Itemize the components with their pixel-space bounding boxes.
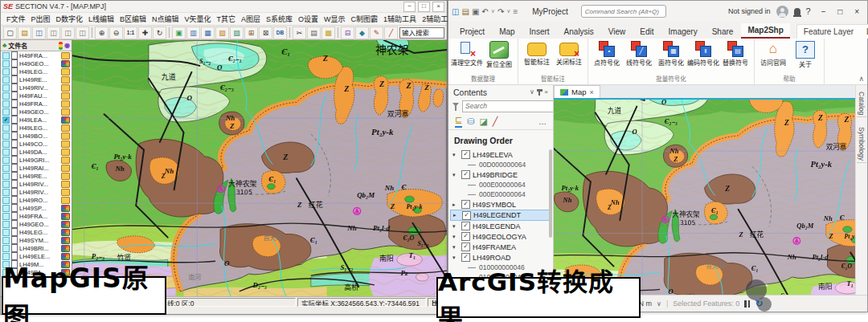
file-row[interactable]: H49FAU... bbox=[1, 92, 72, 100]
file-row[interactable]: LH49BO... bbox=[1, 132, 72, 140]
mapgis-menu-item-3[interactable]: L线编辑 bbox=[86, 14, 117, 24]
file-checkbox[interactable] bbox=[2, 52, 10, 59]
redo-dropdown-icon[interactable]: ∨ bbox=[506, 8, 510, 14]
file-row[interactable]: H49GEO... bbox=[1, 220, 72, 228]
draw-line-icon[interactable]: ╱ bbox=[384, 26, 398, 39]
ribbon-tab-view[interactable]: View bbox=[602, 25, 633, 39]
expander-icon[interactable]: ▾ bbox=[452, 223, 459, 230]
file-checkbox[interactable] bbox=[2, 68, 10, 75]
coords-dropdown-icon[interactable]: ∨ bbox=[657, 300, 661, 308]
docked-tab-symbology[interactable]: Symbology bbox=[857, 125, 866, 163]
layer-item-lh49bridge[interactable]: ▾✓LH49BRIDGE bbox=[450, 169, 551, 180]
ribbon-button-web[interactable]: ⌂访问官网 bbox=[758, 40, 788, 73]
pan-icon[interactable]: ✚ bbox=[138, 26, 152, 39]
expander-icon[interactable]: ▾ bbox=[452, 255, 459, 261]
file-row[interactable]: H49FRA... bbox=[1, 212, 72, 220]
maximize-button[interactable]: □ bbox=[418, 2, 430, 12]
file-checkbox[interactable] bbox=[2, 60, 10, 67]
file-row[interactable]: LH49DA... bbox=[1, 148, 72, 156]
context-tab-feature-layer[interactable]: Feature Layer bbox=[797, 25, 860, 39]
mapgis-menu-item-11[interactable]: W显示 bbox=[321, 14, 348, 24]
ribbon-button-noteoff[interactable]: 关闭标注 bbox=[554, 40, 584, 73]
file-checkbox[interactable] bbox=[2, 181, 10, 188]
layer-symbol-item[interactable]: 000E00000064 bbox=[450, 180, 551, 190]
map-view-tab[interactable]: Map × bbox=[554, 85, 600, 98]
ribbon-tab-map2shp[interactable]: Map2Shp bbox=[741, 23, 789, 39]
file-checkbox[interactable] bbox=[2, 221, 10, 228]
mapgis-menu-item-10[interactable]: O设置 bbox=[296, 14, 321, 24]
collapse-ribbon-icon[interactable]: ∧ bbox=[858, 75, 864, 83]
layer-checkbox[interactable]: ✓ bbox=[461, 222, 470, 230]
file-row[interactable]: LH49RIV... bbox=[1, 188, 72, 196]
layers-icon[interactable]: ▧ bbox=[215, 26, 229, 39]
file-row[interactable]: LH49RE... bbox=[1, 75, 72, 84]
file-row[interactable]: LH49SP... bbox=[1, 204, 72, 212]
file-checkbox[interactable] bbox=[2, 149, 10, 156]
symbol-lib-icon[interactable]: ⊟ bbox=[341, 26, 354, 39]
expander-icon[interactable]: ▾ bbox=[452, 172, 459, 178]
undo-icon[interactable]: ↶ bbox=[481, 7, 488, 16]
pin-icon[interactable] bbox=[538, 89, 541, 96]
layer-symbol-item[interactable]: 000E00000064 bbox=[450, 190, 551, 199]
ribbon-tab-share[interactable]: Share bbox=[706, 25, 740, 39]
mapgis-menu-item-0[interactable]: F文件 bbox=[4, 14, 28, 24]
mapgis-search-input[interactable]: 输入搜索 bbox=[399, 27, 444, 39]
ribbon-button-sym-pg[interactable]: 面符号化 bbox=[656, 40, 686, 73]
expander-icon[interactable]: ▸ bbox=[453, 212, 460, 218]
layer-item-h49framea[interactable]: ▾✓H49FRAMEA bbox=[450, 242, 551, 252]
file-checkbox[interactable] bbox=[2, 229, 10, 236]
legend-icon[interactable]: ◆ bbox=[355, 26, 369, 39]
mapgis-menu-item-6[interactable]: V矢量化 bbox=[182, 14, 214, 24]
mapgis-menu-item-2[interactable]: D数字化 bbox=[54, 14, 86, 24]
list-by-selection-icon[interactable]: ◪ bbox=[479, 116, 487, 127]
mapgis-menu-item-8[interactable]: A图层 bbox=[239, 14, 263, 24]
file-checkbox[interactable] bbox=[2, 245, 10, 252]
ribbon-tab-insert[interactable]: Insert bbox=[523, 25, 556, 39]
file-row[interactable]: H49GEO... bbox=[1, 108, 72, 116]
ribbon-button-sym-ln[interactable]: 线符号化 bbox=[624, 40, 654, 73]
file-checkbox[interactable] bbox=[2, 237, 10, 244]
layer-checkbox[interactable]: ✓ bbox=[461, 253, 470, 262]
ribbon-button-sym-pt[interactable]: 点符号化 bbox=[592, 40, 622, 73]
expander-icon[interactable]: ▸ bbox=[452, 202, 459, 208]
file-checkbox[interactable] bbox=[2, 132, 10, 140]
sign-in-status[interactable]: Not signed in bbox=[728, 7, 771, 15]
zoom-in-icon[interactable]: ⊕ bbox=[95, 26, 108, 39]
minimize-button[interactable]: − bbox=[817, 7, 831, 16]
zoom-out-icon[interactable]: ⊖ bbox=[109, 26, 123, 39]
close-view-icon[interactable]: × bbox=[589, 88, 593, 96]
area-edit-icon[interactable]: ▣ bbox=[172, 26, 186, 39]
ribbon-tab-map[interactable]: Map bbox=[493, 25, 521, 39]
save-all-icon[interactable]: ◫ bbox=[61, 26, 75, 39]
file-row[interactable]: LH49RE... bbox=[1, 172, 72, 180]
command-search-input[interactable] bbox=[581, 5, 666, 18]
expander-icon[interactable]: ▾ bbox=[452, 152, 459, 158]
file-checkbox[interactable] bbox=[2, 84, 10, 92]
file-row[interactable]: H49GEO... bbox=[1, 59, 72, 67]
file-checkbox[interactable] bbox=[2, 124, 10, 132]
list-by-editing-icon[interactable]: ╱ bbox=[493, 116, 498, 127]
file-checkbox[interactable] bbox=[2, 76, 10, 84]
mapgis-menu-item-13[interactable]: 1辅助工具 bbox=[381, 14, 419, 24]
layer-checkbox[interactable]: ✓ bbox=[461, 243, 470, 251]
file-checkbox[interactable] bbox=[2, 189, 10, 196]
selected-features-readout[interactable]: Selected Features: 0 bbox=[673, 300, 739, 308]
minimize-button[interactable]: − bbox=[403, 2, 416, 12]
file-row[interactable]: H49FRA... bbox=[1, 100, 72, 108]
mapgis-menu-item-4[interactable]: B区编辑 bbox=[117, 14, 149, 24]
file-checkbox[interactable] bbox=[2, 205, 10, 212]
export-icon[interactable]: ◫ bbox=[76, 26, 89, 39]
file-row[interactable]: LH49RIV... bbox=[1, 84, 72, 92]
file-checkbox[interactable] bbox=[2, 213, 10, 220]
close-pane-icon[interactable]: × bbox=[544, 88, 548, 96]
file-checkbox[interactable] bbox=[2, 157, 10, 164]
ribbon-button-sym-code[interactable]: 编码符号化 bbox=[688, 40, 719, 73]
ribbon-button-about[interactable]: 关于 bbox=[790, 40, 821, 73]
ribbon-tab-project[interactable]: Project bbox=[453, 25, 491, 39]
redo-icon[interactable]: ↷ bbox=[497, 7, 504, 16]
context-tab-labeling[interactable]: Labeling bbox=[860, 25, 868, 39]
polygon-view-icon[interactable]: ▥ bbox=[186, 26, 200, 39]
file-row[interactable]: LH49BRI... bbox=[1, 244, 72, 252]
file-row[interactable]: LH49GRI... bbox=[1, 156, 72, 164]
file-checkbox[interactable] bbox=[2, 165, 10, 172]
